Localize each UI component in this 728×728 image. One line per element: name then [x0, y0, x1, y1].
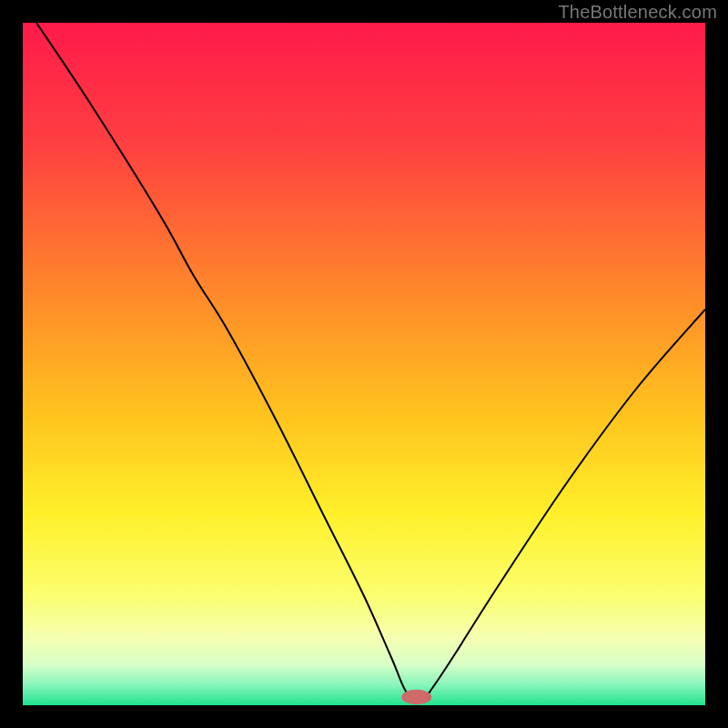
optimum-marker: [401, 690, 431, 704]
plot-area: [23, 23, 705, 705]
watermark-text: TheBottleneck.com: [558, 2, 717, 23]
gradient-background: [23, 23, 705, 705]
chart-frame: TheBottleneck.com: [0, 0, 728, 728]
chart-svg: [23, 23, 705, 705]
